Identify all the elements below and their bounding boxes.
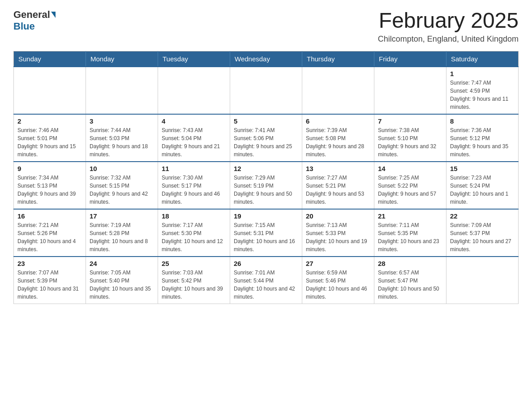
table-row: 10Sunrise: 7:32 AMSunset: 5:15 PMDayligh…: [86, 162, 158, 209]
table-row: [158, 67, 230, 114]
calendar-header-row: Sunday Monday Tuesday Wednesday Thursday…: [14, 51, 519, 67]
day-number: 19: [234, 212, 298, 220]
day-number: 25: [162, 260, 226, 267]
day-info: Sunrise: 7:34 AMSunset: 5:13 PMDaylight:…: [17, 174, 82, 206]
day-number: 20: [306, 212, 370, 220]
day-info: Sunrise: 7:27 AMSunset: 5:21 PMDaylight:…: [306, 174, 370, 206]
col-header-sunday: Sunday: [14, 51, 86, 67]
day-number: 5: [234, 117, 298, 125]
col-header-wednesday: Wednesday: [230, 51, 302, 67]
day-number: 15: [450, 165, 515, 172]
table-row: 14Sunrise: 7:25 AMSunset: 5:22 PMDayligh…: [374, 162, 446, 209]
day-number: 1: [450, 70, 515, 77]
table-row: 15Sunrise: 7:23 AMSunset: 5:24 PMDayligh…: [446, 162, 519, 209]
day-info: Sunrise: 7:23 AMSunset: 5:24 PMDaylight:…: [450, 174, 515, 206]
day-info: Sunrise: 7:25 AMSunset: 5:22 PMDaylight:…: [378, 174, 442, 206]
table-row: 16Sunrise: 7:21 AMSunset: 5:26 PMDayligh…: [14, 209, 86, 257]
col-header-thursday: Thursday: [302, 51, 374, 67]
calendar-table: Sunday Monday Tuesday Wednesday Thursday…: [13, 51, 519, 304]
day-info: Sunrise: 7:32 AMSunset: 5:15 PMDaylight:…: [90, 174, 154, 206]
day-number: 16: [17, 212, 82, 220]
table-row: [14, 67, 86, 114]
table-row: 2Sunrise: 7:46 AMSunset: 5:01 PMDaylight…: [14, 114, 86, 162]
calendar-week-row: 1Sunrise: 7:47 AMSunset: 4:59 PMDaylight…: [14, 67, 519, 114]
col-header-tuesday: Tuesday: [158, 51, 230, 67]
day-info: Sunrise: 7:36 AMSunset: 5:12 PMDaylight:…: [450, 126, 515, 158]
table-row: 21Sunrise: 7:11 AMSunset: 5:35 PMDayligh…: [374, 209, 446, 257]
day-number: 13: [306, 165, 370, 172]
table-row: [302, 67, 374, 114]
logo-general-text: General: [13, 9, 50, 21]
table-row: [230, 67, 302, 114]
day-info: Sunrise: 7:39 AMSunset: 5:08 PMDaylight:…: [306, 126, 370, 158]
title-area: February 2025 Chilcompton, England, Unit…: [378, 9, 519, 44]
day-number: 26: [234, 260, 298, 267]
logo-triangle-icon: [51, 12, 56, 18]
day-info: Sunrise: 7:30 AMSunset: 5:17 PMDaylight:…: [162, 174, 226, 206]
col-header-friday: Friday: [374, 51, 446, 67]
day-number: 7: [378, 117, 442, 125]
day-info: Sunrise: 7:07 AMSunset: 5:39 PMDaylight:…: [17, 269, 82, 301]
table-row: 23Sunrise: 7:07 AMSunset: 5:39 PMDayligh…: [14, 257, 86, 304]
day-number: 21: [378, 212, 442, 220]
calendar-week-row: 9Sunrise: 7:34 AMSunset: 5:13 PMDaylight…: [14, 162, 519, 209]
calendar-week-row: 2Sunrise: 7:46 AMSunset: 5:01 PMDaylight…: [14, 114, 519, 162]
day-info: Sunrise: 7:46 AMSunset: 5:01 PMDaylight:…: [17, 126, 82, 158]
col-header-monday: Monday: [86, 51, 158, 67]
day-number: 2: [17, 117, 82, 125]
table-row: [374, 67, 446, 114]
day-number: 22: [450, 212, 515, 220]
table-row: 17Sunrise: 7:19 AMSunset: 5:28 PMDayligh…: [86, 209, 158, 257]
table-row: [446, 257, 519, 304]
day-info: Sunrise: 7:05 AMSunset: 5:40 PMDaylight:…: [90, 269, 154, 301]
table-row: 28Sunrise: 6:57 AMSunset: 5:47 PMDayligh…: [374, 257, 446, 304]
day-info: Sunrise: 7:01 AMSunset: 5:44 PMDaylight:…: [234, 269, 298, 301]
col-header-saturday: Saturday: [446, 51, 519, 67]
table-row: 24Sunrise: 7:05 AMSunset: 5:40 PMDayligh…: [86, 257, 158, 304]
day-number: 10: [90, 165, 154, 172]
table-row: 13Sunrise: 7:27 AMSunset: 5:21 PMDayligh…: [302, 162, 374, 209]
table-row: 5Sunrise: 7:41 AMSunset: 5:06 PMDaylight…: [230, 114, 302, 162]
day-number: 9: [17, 165, 82, 172]
day-info: Sunrise: 7:17 AMSunset: 5:30 PMDaylight:…: [162, 221, 226, 253]
day-info: Sunrise: 7:41 AMSunset: 5:06 PMDaylight:…: [234, 126, 298, 158]
day-number: 8: [450, 117, 515, 125]
day-info: Sunrise: 7:09 AMSunset: 5:37 PMDaylight:…: [450, 221, 515, 253]
table-row: 8Sunrise: 7:36 AMSunset: 5:12 PMDaylight…: [446, 114, 519, 162]
day-info: Sunrise: 7:29 AMSunset: 5:19 PMDaylight:…: [234, 174, 298, 206]
calendar-week-row: 23Sunrise: 7:07 AMSunset: 5:39 PMDayligh…: [14, 257, 519, 304]
day-number: 4: [162, 117, 226, 125]
table-row: 27Sunrise: 6:59 AMSunset: 5:46 PMDayligh…: [302, 257, 374, 304]
day-info: Sunrise: 7:15 AMSunset: 5:31 PMDaylight:…: [234, 221, 298, 253]
calendar-week-row: 16Sunrise: 7:21 AMSunset: 5:26 PMDayligh…: [14, 209, 519, 257]
location-subtitle: Chilcompton, England, United Kingdom: [378, 34, 519, 44]
day-number: 12: [234, 165, 298, 172]
day-info: Sunrise: 7:11 AMSunset: 5:35 PMDaylight:…: [378, 221, 442, 253]
table-row: 11Sunrise: 7:30 AMSunset: 5:17 PMDayligh…: [158, 162, 230, 209]
table-row: 25Sunrise: 7:03 AMSunset: 5:42 PMDayligh…: [158, 257, 230, 304]
day-number: 14: [378, 165, 442, 172]
table-row: 3Sunrise: 7:44 AMSunset: 5:03 PMDaylight…: [86, 114, 158, 162]
table-row: 4Sunrise: 7:43 AMSunset: 5:04 PMDaylight…: [158, 114, 230, 162]
day-number: 3: [90, 117, 154, 125]
day-info: Sunrise: 6:59 AMSunset: 5:46 PMDaylight:…: [306, 269, 370, 301]
day-info: Sunrise: 7:21 AMSunset: 5:26 PMDaylight:…: [17, 221, 82, 253]
day-number: 27: [306, 260, 370, 267]
month-title: February 2025: [378, 9, 519, 33]
day-info: Sunrise: 7:47 AMSunset: 4:59 PMDaylight:…: [450, 79, 515, 111]
day-number: 6: [306, 117, 370, 125]
day-info: Sunrise: 7:43 AMSunset: 5:04 PMDaylight:…: [162, 126, 226, 158]
table-row: 7Sunrise: 7:38 AMSunset: 5:10 PMDaylight…: [374, 114, 446, 162]
table-row: 12Sunrise: 7:29 AMSunset: 5:19 PMDayligh…: [230, 162, 302, 209]
table-row: [86, 67, 158, 114]
day-number: 18: [162, 212, 226, 220]
day-number: 28: [378, 260, 442, 267]
day-info: Sunrise: 6:57 AMSunset: 5:47 PMDaylight:…: [378, 269, 442, 301]
day-number: 23: [17, 260, 82, 267]
day-info: Sunrise: 7:44 AMSunset: 5:03 PMDaylight:…: [90, 126, 154, 158]
table-row: 1Sunrise: 7:47 AMSunset: 4:59 PMDaylight…: [446, 67, 519, 114]
table-row: 26Sunrise: 7:01 AMSunset: 5:44 PMDayligh…: [230, 257, 302, 304]
page-header: General Blue February 2025 Chilcompton, …: [13, 9, 519, 44]
table-row: 9Sunrise: 7:34 AMSunset: 5:13 PMDaylight…: [14, 162, 86, 209]
day-info: Sunrise: 7:38 AMSunset: 5:10 PMDaylight:…: [378, 126, 442, 158]
